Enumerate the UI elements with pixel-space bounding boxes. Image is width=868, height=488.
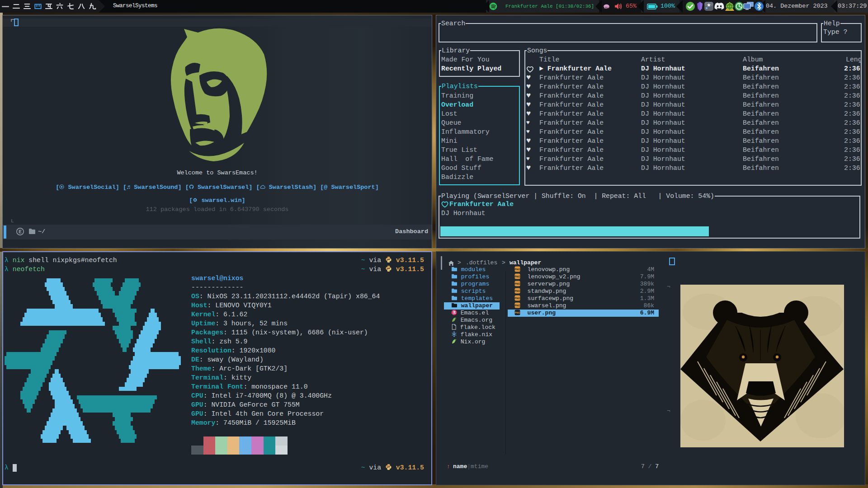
- svg-text:PNG: PNG: [515, 311, 520, 314]
- svg-text:PNG: PNG: [515, 297, 520, 300]
- svg-text:PNG: PNG: [515, 304, 520, 307]
- svg-text:PNG: PNG: [515, 282, 520, 285]
- svg-text:PNG: PNG: [515, 275, 520, 278]
- svg-text:PNG: PNG: [515, 268, 520, 271]
- svg-text:PNG: PNG: [515, 290, 520, 292]
